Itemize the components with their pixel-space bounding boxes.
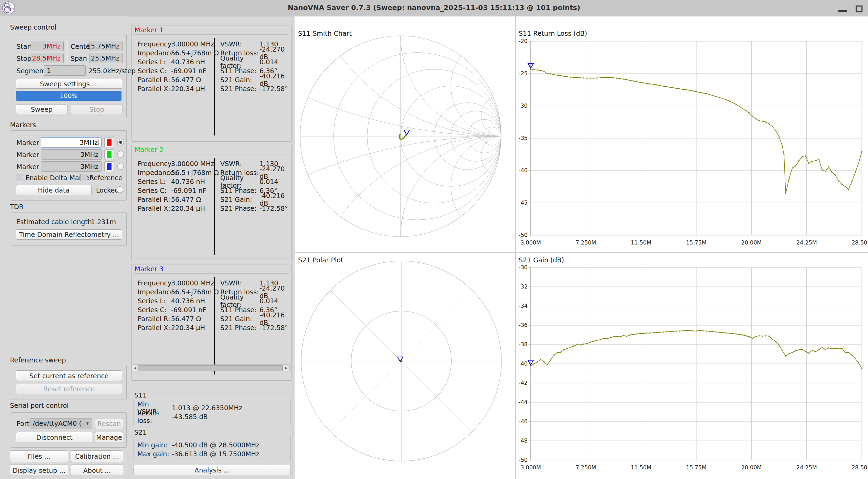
svg-text:11.50M: 11.50M bbox=[631, 239, 652, 246]
svg-text:-25: -25 bbox=[519, 70, 528, 77]
manage-button[interactable]: Manage bbox=[95, 432, 123, 443]
marker-2-radio[interactable] bbox=[117, 151, 124, 157]
calibration-button[interactable]: Calibration ... bbox=[71, 450, 123, 462]
stop-button[interactable]: Stop bbox=[71, 104, 123, 114]
s21-polar-plot[interactable]: S21 Polar Plot bbox=[295, 253, 515, 479]
files-button[interactable]: Files ... bbox=[10, 450, 68, 462]
locked-label: Locked bbox=[96, 186, 119, 194]
analysis-button[interactable]: Analysis ... bbox=[134, 465, 291, 475]
svg-text:-45: -45 bbox=[519, 199, 528, 206]
sweep-progress-bar: 100% bbox=[16, 91, 121, 101]
marker-field-row: S21 Gain:-40.216 dB bbox=[220, 314, 289, 323]
smith-chart-canvas[interactable] bbox=[295, 17, 515, 252]
stop-input[interactable]: 28.5MHz bbox=[31, 53, 64, 63]
marker-1-color-button[interactable] bbox=[104, 137, 114, 148]
s11-summary-box: Min VSWR:1.013 @ 22.6350MHz Return loss:… bbox=[134, 399, 291, 425]
center-input[interactable]: 15.75MHz bbox=[89, 41, 123, 51]
marker-1-color-swatch bbox=[107, 139, 112, 146]
svg-text:-40: -40 bbox=[519, 167, 528, 174]
rescan-button[interactable]: Rescan bbox=[95, 418, 123, 429]
svg-text:11.50M: 11.50M bbox=[631, 464, 652, 471]
scrollbar-thumb[interactable] bbox=[139, 365, 283, 371]
scroll-right-icon[interactable]: ▶ bbox=[283, 365, 289, 371]
marker-3-input[interactable]: 3MHz bbox=[41, 161, 102, 172]
marker-field-row: Frequency:3.00000 MHz bbox=[138, 40, 219, 48]
svg-text:-30: -30 bbox=[519, 264, 528, 271]
max-gain-value: -36.613 dB @ 15.7500MHz bbox=[172, 450, 260, 458]
segments-input[interactable]: 1 bbox=[44, 65, 86, 76]
span-input[interactable]: 25.5MHz bbox=[89, 53, 123, 63]
marker-1-panel: Marker 1 Frequency:3.00000 MHzImpedance:… bbox=[131, 25, 292, 142]
marker-1-radio[interactable] bbox=[117, 139, 124, 145]
svg-text:-38: -38 bbox=[519, 341, 528, 348]
marker-3-color-swatch bbox=[107, 163, 112, 170]
svg-text:-42: -42 bbox=[519, 380, 528, 386]
marker-3-radio[interactable] bbox=[117, 163, 124, 170]
marker-1-panel-body: Frequency:3.00000 MHzImpedance:56.5+j768… bbox=[134, 34, 289, 139]
display-setup-button[interactable]: Display setup ... bbox=[10, 465, 68, 476]
markers-group: Marker 1 3MHz Marker 2 3MHz Marker 3 3MH… bbox=[11, 130, 127, 201]
tdr-group: Estimated cable length: 1.231m Time Doma… bbox=[11, 213, 127, 246]
svg-text:-30: -30 bbox=[519, 102, 528, 109]
svg-text:-46: -46 bbox=[519, 418, 528, 425]
marker-2-input[interactable]: 3MHz bbox=[41, 149, 102, 160]
marker-3-color-button[interactable] bbox=[104, 161, 114, 172]
tdr-section-label: TDR bbox=[10, 203, 23, 210]
s11-smith-chart[interactable]: S11 Smith Chart bbox=[295, 17, 515, 252]
marker-field-row: Series L:40.736 nH bbox=[138, 57, 219, 66]
svg-text:7.250M: 7.250M bbox=[576, 239, 596, 246]
marker-2-panel-body: Frequency:3.00000 MHzImpedance:56.5+j768… bbox=[134, 154, 289, 259]
svg-text:-32: -32 bbox=[519, 283, 528, 290]
min-gain-label: Min gain: bbox=[137, 441, 172, 449]
reference-checkbox[interactable] bbox=[80, 174, 87, 181]
disconnect-button[interactable]: Disconnect bbox=[16, 432, 93, 443]
about-button[interactable]: About ... bbox=[71, 465, 123, 476]
polar-plot-canvas[interactable] bbox=[295, 253, 515, 479]
maximize-icon[interactable] bbox=[856, 6, 862, 12]
port-select[interactable]: /dev/ttyACM0 (H) ▾ bbox=[30, 418, 92, 428]
marker-field-row: S21 Gain:-40.216 dB bbox=[220, 75, 289, 84]
s11-return-loss-chart[interactable]: S11 Return Loss (dB) -20-25-30-35-40-45-… bbox=[516, 17, 868, 252]
max-gain-label: Max gain: bbox=[137, 450, 172, 458]
marker-2-panel-title: Marker 2 bbox=[135, 146, 163, 153]
enable-delta-marker-checkbox[interactable] bbox=[16, 174, 23, 181]
svg-text:-34: -34 bbox=[519, 303, 528, 309]
s21-gain-chart[interactable]: S21 Gain (dB) -30-32-34-36-38-40-42-44-4… bbox=[516, 253, 868, 479]
hide-data-button[interactable]: Hide data bbox=[16, 185, 92, 195]
s21-summary-box: Min gain:-40.500 dB @ 28.5000MHz Max gai… bbox=[134, 436, 291, 462]
start-input[interactable]: 3MHz bbox=[31, 41, 64, 51]
marker-field-row: S21 Phase:-172.58° bbox=[220, 84, 289, 93]
marker-field-row: Parallel R:56.477 Ω bbox=[138, 314, 219, 323]
marker-field-row: Parallel R:56.477 Ω bbox=[138, 75, 219, 84]
marker-1-input[interactable]: 3MHz bbox=[41, 137, 102, 148]
marker-field-row: Parallel X:220.34 μH bbox=[138, 204, 219, 213]
marker-3-panel-title: Marker 3 bbox=[135, 265, 163, 273]
sweep-control-group: Start 3MHz Center 15.75MHz Stop 28.5MHz … bbox=[11, 34, 127, 118]
scroll-left-icon[interactable]: ◀ bbox=[132, 365, 139, 371]
tdr-button[interactable]: Time Domain Reflectometry ... bbox=[16, 229, 122, 240]
min-gain-value: -40.500 dB @ 28.5000MHz bbox=[172, 441, 260, 449]
svg-text:20.00M: 20.00M bbox=[741, 464, 762, 471]
svg-text:7.250M: 7.250M bbox=[576, 464, 596, 471]
marker-field-row: S21 Gain:-40.216 dB bbox=[220, 195, 289, 204]
return-loss-chart-canvas[interactable]: -20-25-30-35-40-45-503.000M7.250M11.50M1… bbox=[516, 17, 868, 252]
marker-panel-scrollbar[interactable]: ◀ ▶ bbox=[131, 364, 290, 371]
marker-2-color-button[interactable] bbox=[104, 149, 114, 160]
marker-field-row: Series C:-69.091 nF bbox=[138, 66, 219, 75]
marker-1-panel-title: Marker 1 bbox=[135, 26, 163, 34]
charts-area: S11 Smith Chart S11 Return Loss (dB) -20… bbox=[295, 17, 868, 479]
locked-radio[interactable] bbox=[117, 186, 123, 193]
sweep-settings-button[interactable]: Sweep settings ... bbox=[16, 79, 122, 89]
set-reference-button[interactable]: Set current as reference bbox=[16, 370, 122, 381]
gain-chart-canvas[interactable]: -30-32-34-36-38-40-42-44-46-48-503.000M7… bbox=[516, 253, 868, 479]
marker-field-row: Impedance:56.5+j768m Ω bbox=[138, 287, 219, 296]
marker-2-color-swatch bbox=[107, 151, 112, 158]
marker-field-row: Parallel X:220.34 μH bbox=[138, 323, 219, 332]
chevron-down-icon: ▾ bbox=[83, 418, 92, 428]
reset-reference-button[interactable]: Reset reference bbox=[16, 384, 122, 394]
start-label: Start bbox=[17, 43, 32, 50]
minimize-icon[interactable] bbox=[838, 10, 847, 12]
svg-text:3.000M: 3.000M bbox=[520, 239, 541, 246]
sweep-button[interactable]: Sweep bbox=[16, 104, 67, 114]
svg-text:28.50M: 28.50M bbox=[851, 464, 868, 471]
